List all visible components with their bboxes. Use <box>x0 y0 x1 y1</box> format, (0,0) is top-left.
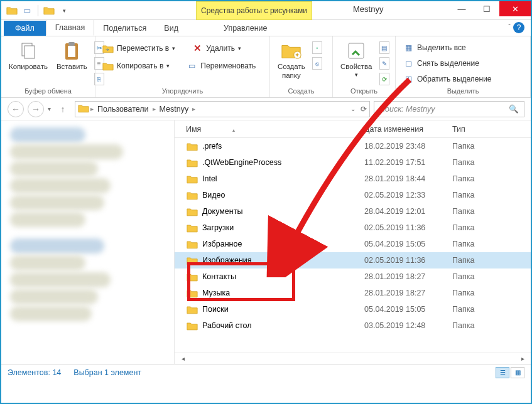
tab-share[interactable]: Поделиться <box>94 21 155 36</box>
copy-icon <box>18 40 39 61</box>
cell-date: 05.04.2019 15:05 <box>364 305 452 314</box>
cell-name: .prefs <box>202 142 364 151</box>
folder-icon <box>186 206 198 217</box>
minimize-button[interactable]: — <box>449 1 474 16</box>
tab-file[interactable]: Файл <box>4 21 46 36</box>
crumb-users[interactable]: Пользователи <box>95 105 151 114</box>
arrow-left-icon: ← <box>11 104 20 114</box>
moveto-button[interactable]: Переместить в ▾ <box>100 41 177 55</box>
edit-button[interactable]: ✎ <box>379 57 389 70</box>
qat-overflow-icon[interactable]: ▾ <box>58 5 70 16</box>
list-body[interactable]: .prefs18.02.2019 23:48Папка.QtWebEngineP… <box>175 138 531 353</box>
folder-icon <box>186 189 198 201</box>
tab-home[interactable]: Главная <box>46 19 95 36</box>
table-row[interactable]: Изображения02.05.2019 11:36Папка <box>175 252 531 268</box>
copyto-button[interactable]: Копировать в ▾ <box>100 59 171 73</box>
moveto-icon <box>102 43 114 54</box>
new-folder-button[interactable]: ✦ Создать папку <box>275 39 308 80</box>
search-box[interactable]: Поиск: Mestnyy 🔍 <box>374 101 524 117</box>
chevron-right-icon[interactable]: ▸ <box>153 105 156 112</box>
group-new-label: Создать <box>275 87 327 96</box>
open-button[interactable]: ▤ <box>379 41 389 54</box>
content-area: Имя▴ Дата изменения Тип .prefs18.02.2019… <box>1 120 531 364</box>
horizontal-scrollbar[interactable]: ◂ ▸ <box>175 353 531 364</box>
col-date[interactable]: Дата изменения <box>364 125 452 134</box>
select-invert-button[interactable]: ◫Обратить выделение <box>401 72 494 86</box>
select-none-icon: ▢ <box>403 58 414 69</box>
table-row[interactable]: Видео02.05.2019 12:33Папка <box>175 187 531 203</box>
forward-button[interactable]: → <box>28 101 44 117</box>
maximize-button[interactable]: ☐ <box>474 1 499 16</box>
folder-icon[interactable] <box>6 5 18 16</box>
group-select: ▦Выделить все ▢Снять выделение ◫Обратить… <box>396 36 531 97</box>
dropdown-icon: ▾ <box>355 72 358 78</box>
recent-dropdown-icon[interactable]: ▾ <box>48 105 51 112</box>
col-name[interactable]: Имя▴ <box>186 125 364 134</box>
cell-date: 05.04.2019 15:05 <box>364 240 452 248</box>
copy-button[interactable]: Копировать <box>6 39 50 72</box>
paste-label: Вставить <box>57 63 87 70</box>
table-row[interactable]: Intel28.01.2019 18:44Папка <box>175 171 531 187</box>
cell-date: 11.02.2019 17:51 <box>364 158 452 167</box>
help-icon[interactable]: ? <box>513 22 524 33</box>
cell-name: Видео <box>202 191 364 199</box>
new-folder-icon[interactable] <box>43 5 55 16</box>
chevron-right-icon[interactable]: ▸ <box>192 105 195 112</box>
select-none-button[interactable]: ▢Снять выделение <box>401 56 494 70</box>
delete-icon: ✕ <box>192 43 203 54</box>
properties-button[interactable]: Свойства ▾ <box>338 39 375 79</box>
new-item-button[interactable]: ▫ <box>312 41 322 54</box>
up-button[interactable]: ↑ <box>55 101 71 117</box>
paste-button[interactable]: Вставить <box>54 39 90 72</box>
address-box[interactable]: ▸ Пользователи ▸ Mestnyy ▸ ⌄ ⟳ <box>75 101 370 117</box>
table-row[interactable]: Документы28.04.2019 12:01Папка <box>175 203 531 220</box>
tab-view[interactable]: Вид <box>155 21 187 36</box>
chevron-right-icon[interactable]: ▸ <box>90 105 94 112</box>
title-bar: ▭ ▾ Средства работы с рисунками Mestnyy … <box>1 1 531 20</box>
status-bar: Элементов: 14 Выбран 1 элемент ☰ ▦ <box>1 364 531 380</box>
new-folder-icon: ✦ <box>281 40 302 61</box>
table-row[interactable]: Загрузки02.05.2019 11:36Папка <box>175 220 531 236</box>
svg-rect-4 <box>68 42 75 46</box>
properties-icon[interactable]: ▭ <box>21 5 33 16</box>
easy-access-button[interactable]: ⎋ <box>312 57 322 70</box>
table-row[interactable]: Избранное05.04.2019 15:05Папка <box>175 236 531 252</box>
thumbnails-view-button[interactable]: ▦ <box>511 367 524 378</box>
dropdown-icon[interactable]: ⌄ <box>350 105 356 112</box>
navigation-pane[interactable] <box>1 120 175 364</box>
details-icon: ☰ <box>500 369 506 376</box>
table-row[interactable]: .prefs18.02.2019 23:48Папка <box>175 138 531 154</box>
scroll-left-icon[interactable]: ◂ <box>177 355 188 362</box>
delete-button[interactable]: ✕Удалить ▾ <box>190 41 243 55</box>
crumb-folder[interactable]: Mestnyy <box>157 105 192 114</box>
svg-rect-3 <box>68 46 75 57</box>
details-view-button[interactable]: ☰ <box>496 367 509 378</box>
select-all-button[interactable]: ▦Выделить все <box>401 41 494 55</box>
rename-button[interactable]: ▭Переименовать <box>184 59 258 73</box>
cell-date: 28.04.2019 12:01 <box>364 207 452 216</box>
table-row[interactable]: .QtWebEngineProcess11.02.2019 17:51Папка <box>175 154 531 171</box>
col-type[interactable]: Тип <box>452 125 496 134</box>
table-row[interactable]: Музыка28.01.2019 18:27Папка <box>175 285 531 301</box>
rename-icon: ▭ <box>186 60 197 72</box>
close-button[interactable]: ✕ <box>499 1 531 16</box>
cell-name: Музыка <box>202 289 364 297</box>
cell-type: Папка <box>452 256 496 265</box>
table-row[interactable]: Контакты28.01.2019 18:27Папка <box>175 268 531 285</box>
cell-date: 02.05.2019 12:33 <box>364 191 452 199</box>
folder-icon <box>78 104 89 115</box>
table-row[interactable]: Рабочий стол03.05.2019 12:48Папка <box>175 317 531 334</box>
folder-icon <box>186 304 198 315</box>
tab-manage[interactable]: Управление <box>215 21 276 36</box>
dropdown-icon: ▾ <box>238 45 241 51</box>
scroll-right-icon[interactable]: ▸ <box>517 355 528 362</box>
file-list: Имя▴ Дата изменения Тип .prefs18.02.2019… <box>175 120 531 364</box>
collapse-ribbon-icon[interactable]: ˇ <box>508 23 511 31</box>
svg-rect-1 <box>24 46 35 58</box>
cell-date: 02.05.2019 11:36 <box>364 256 452 265</box>
history-button[interactable]: ⟳ <box>379 73 389 85</box>
back-button[interactable]: ← <box>8 101 24 117</box>
refresh-icon[interactable]: ⟳ <box>361 105 367 114</box>
table-row[interactable]: Поиски05.04.2019 15:05Папка <box>175 301 531 317</box>
cell-date: 02.05.2019 11:36 <box>364 223 452 232</box>
